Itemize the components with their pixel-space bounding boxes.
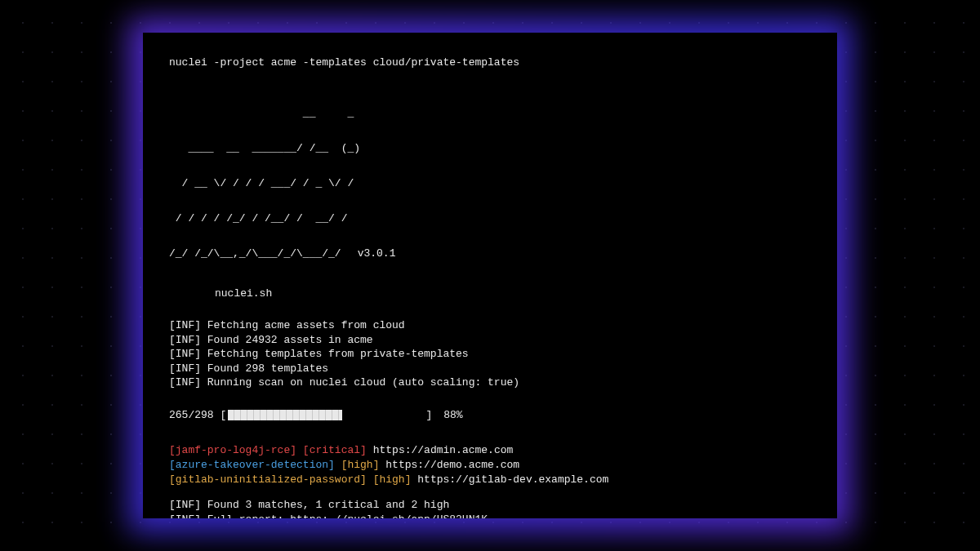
progress-count: 265/298 [169, 408, 214, 423]
progress-track [228, 410, 424, 420]
finding-line: [jamf-pro-log4j-rce] [critical] https://… [169, 443, 811, 458]
log-line: [INF] Fetching templates from private-te… [169, 347, 811, 362]
findings-block: [jamf-pro-log4j-rce] [critical] https://… [169, 443, 811, 487]
bracket-close: ] [425, 408, 432, 423]
tail-line: [INF] Found 3 matches, 1 critical and 2 … [169, 498, 811, 513]
ascii-line: / __ \/ / / / ___/ / _ \/ / [169, 178, 811, 189]
terminal-body[interactable]: nuclei -project acme -templates cloud/pr… [143, 33, 837, 518]
tail-block: [INF] Found 3 matches, 1 critical and 2 … [169, 498, 811, 518]
progress-row: 265/298 [ ] 88% [169, 408, 811, 423]
finding-line: [gitlab-uninitialized-password] [high] h… [169, 473, 811, 487]
progress-bar: [ ] [220, 408, 433, 423]
ascii-line: / / / / /_/ / /__/ / __/ / [169, 213, 811, 224]
terminal-window: nuclei -project acme -templates cloud/pr… [143, 33, 837, 518]
log-line: [INF] Running scan on nuclei cloud (auto… [169, 375, 811, 390]
finding-line: [azure-takeover-detection] [high] https:… [169, 458, 811, 473]
version-label: v3.0.1 [358, 248, 396, 260]
log-line: [INF] Found 24932 assets in acme [169, 333, 811, 348]
progress-percent: 88% [443, 408, 462, 423]
bracket-open: [ [220, 408, 227, 423]
tail-line: [INF] Full report: https: //nuclei.sh/ap… [169, 513, 811, 518]
log-line: [INF] Fetching acme assets from cloud [169, 318, 811, 333]
ascii-line: ____ __ _______/ /__ (_) [169, 143, 811, 154]
subtitle: nuclei.sh [169, 287, 811, 301]
command-line: nuclei -project acme -templates cloud/pr… [169, 56, 811, 70]
log-block: [INF] Fetching acme assets from cloud [I… [169, 318, 811, 390]
finding-url: https://gitlab-dev.example.com [417, 473, 608, 486]
finding-template: [azure-takeover-detection] [169, 459, 335, 471]
ascii-line: /_/ /_/\__,_/\___/_/\___/_/ [169, 248, 341, 260]
progress-fill [228, 410, 341, 420]
finding-url: https://admin.acme.com [373, 444, 514, 456]
finding-severity: [high] [373, 473, 412, 486]
finding-severity: [critical] [303, 444, 367, 456]
finding-template: [gitlab-uninitialized-password] [169, 473, 367, 486]
ascii-line: __ _ [169, 108, 811, 119]
log-line: [INF] Found 298 templates [169, 362, 811, 376]
finding-url: https://demo.acme.com [385, 459, 519, 471]
finding-template: [jamf-pro-log4j-rce] [169, 444, 296, 456]
finding-severity: [high] [341, 459, 380, 471]
ascii-banner: __ _ ____ __ _______/ /__ (_) / __ \/ / … [169, 85, 811, 283]
